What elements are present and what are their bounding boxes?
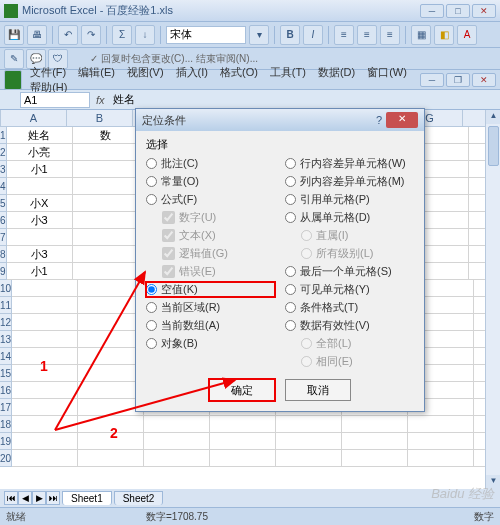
cell[interactable] xyxy=(276,433,342,450)
option-最后一个单元格(S)[interactable]: 最后一个单元格(S) xyxy=(285,264,414,279)
menu-格式(O)[interactable]: 格式(O) xyxy=(214,65,264,79)
cell[interactable] xyxy=(7,178,73,195)
option-条件格式(T)[interactable]: 条件格式(T) xyxy=(285,300,414,315)
align-center-icon[interactable]: ≡ xyxy=(357,25,377,45)
option-列内容差异单元格(M)[interactable]: 列内容差异单元格(M) xyxy=(285,174,414,189)
fx-icon[interactable]: fx xyxy=(96,94,105,106)
cell[interactable] xyxy=(12,433,78,450)
cell[interactable]: 小亮 xyxy=(7,144,73,161)
font-selector[interactable]: 宋体 xyxy=(166,26,246,44)
option-常量(O)[interactable]: 常量(O) xyxy=(146,174,275,189)
font-dropdown-icon[interactable]: ▾ xyxy=(249,25,269,45)
italic-button[interactable]: I xyxy=(303,25,323,45)
cell[interactable] xyxy=(12,416,78,433)
col-head-A[interactable]: A xyxy=(1,110,67,126)
borders-icon[interactable]: ▦ xyxy=(411,25,431,45)
option-批注(C)[interactable]: 批注(C) xyxy=(146,156,275,171)
row-head[interactable]: 15 xyxy=(0,365,12,382)
font-color-icon[interactable]: A xyxy=(457,25,477,45)
cell[interactable] xyxy=(408,416,474,433)
cell[interactable] xyxy=(144,433,210,450)
option-从属单元格(D)[interactable]: 从属单元格(D) xyxy=(285,210,414,225)
cell[interactable]: 小1 xyxy=(7,161,73,178)
cell[interactable]: 数 xyxy=(73,127,139,144)
tab-next-icon[interactable]: ▶ xyxy=(32,491,46,505)
cancel-button[interactable]: 取消 xyxy=(285,379,351,401)
sheet-tab-2[interactable]: Sheet2 xyxy=(114,491,164,505)
col-head-B[interactable]: B xyxy=(67,110,133,126)
ok-button[interactable]: 确定 xyxy=(209,379,275,401)
option-文本(X)[interactable]: 文本(X) xyxy=(162,228,275,243)
close-button[interactable]: ✕ xyxy=(472,4,496,18)
cell[interactable] xyxy=(73,144,139,161)
cell[interactable] xyxy=(342,433,408,450)
cell[interactable] xyxy=(73,212,139,229)
cell[interactable] xyxy=(408,450,474,467)
row-head[interactable]: 14 xyxy=(0,348,12,365)
cell[interactable] xyxy=(73,229,139,246)
cell[interactable]: 小X xyxy=(7,195,73,212)
menu-数据(D)[interactable]: 数据(D) xyxy=(312,65,361,79)
menu-视图(V)[interactable]: 视图(V) xyxy=(121,65,170,79)
cell[interactable] xyxy=(7,229,73,246)
doc-close-button[interactable]: ✕ xyxy=(472,73,496,87)
row-head[interactable]: 19 xyxy=(0,433,12,450)
option-对象(B)[interactable]: 对象(B) xyxy=(146,336,275,351)
align-right-icon[interactable]: ≡ xyxy=(380,25,400,45)
row-head[interactable]: 20 xyxy=(0,450,12,467)
sheet-tab-1[interactable]: Sheet1 xyxy=(62,491,112,505)
option-可见单元格(Y)[interactable]: 可见单元格(Y) xyxy=(285,282,414,297)
option-错误(E)[interactable]: 错误(E) xyxy=(162,264,275,279)
align-left-icon[interactable]: ≡ xyxy=(334,25,354,45)
cell[interactable] xyxy=(12,280,78,297)
cell[interactable] xyxy=(73,161,139,178)
cell[interactable] xyxy=(73,178,139,195)
option-引用单元格(P)[interactable]: 引用单元格(P) xyxy=(285,192,414,207)
menu-窗口(W)[interactable]: 窗口(W) xyxy=(361,65,413,79)
cell[interactable] xyxy=(342,416,408,433)
menu-工具(T)[interactable]: 工具(T) xyxy=(264,65,312,79)
option-数据有效性(V)[interactable]: 数据有效性(V) xyxy=(285,318,414,333)
cell[interactable]: 小1 xyxy=(7,263,73,280)
cell[interactable] xyxy=(73,263,139,280)
row-head[interactable]: 11 xyxy=(0,297,12,314)
cell[interactable] xyxy=(12,314,78,331)
option-公式(F)[interactable]: 公式(F) xyxy=(146,192,275,207)
row-head[interactable]: 18 xyxy=(0,416,12,433)
cell[interactable] xyxy=(12,450,78,467)
tab-last-icon[interactable]: ⏭ xyxy=(46,491,60,505)
cell[interactable] xyxy=(144,416,210,433)
cell[interactable] xyxy=(276,416,342,433)
option-当前区域(R)[interactable]: 当前区域(R) xyxy=(146,300,275,315)
cell[interactable] xyxy=(408,433,474,450)
save-icon[interactable]: 💾 xyxy=(4,25,24,45)
name-box[interactable] xyxy=(20,92,90,108)
cell[interactable] xyxy=(12,331,78,348)
doc-restore-button[interactable]: ❐ xyxy=(446,73,470,87)
sort-icon[interactable]: ↓ xyxy=(135,25,155,45)
cell[interactable] xyxy=(210,416,276,433)
option-行内容差异单元格(W)[interactable]: 行内容差异单元格(W) xyxy=(285,156,414,171)
dialog-close-button[interactable]: ✕ xyxy=(386,112,418,128)
dialog-help-icon[interactable]: ? xyxy=(376,114,382,126)
cell[interactable] xyxy=(73,246,139,263)
cell[interactable]: 姓名 xyxy=(7,127,73,144)
menu-插入(I)[interactable]: 插入(I) xyxy=(170,65,214,79)
cell[interactable] xyxy=(276,450,342,467)
minimize-button[interactable]: ─ xyxy=(420,4,444,18)
row-head[interactable]: 10 xyxy=(0,280,12,297)
option-当前数组(A)[interactable]: 当前数组(A) xyxy=(146,318,275,333)
cell[interactable] xyxy=(210,433,276,450)
cell[interactable] xyxy=(12,399,78,416)
option-数字(U)[interactable]: 数字(U) xyxy=(162,210,275,225)
sum-icon[interactable]: Σ xyxy=(112,25,132,45)
undo-icon[interactable]: ↶ xyxy=(58,25,78,45)
scroll-up-icon[interactable]: ▲ xyxy=(486,110,500,124)
row-head[interactable]: 17 xyxy=(0,399,12,416)
review-icon[interactable]: ✎ xyxy=(4,49,24,69)
redo-icon[interactable]: ↷ xyxy=(81,25,101,45)
tab-prev-icon[interactable]: ◀ xyxy=(18,491,32,505)
cell[interactable] xyxy=(12,382,78,399)
cell[interactable] xyxy=(78,450,144,467)
doc-minimize-button[interactable]: ─ xyxy=(420,73,444,87)
